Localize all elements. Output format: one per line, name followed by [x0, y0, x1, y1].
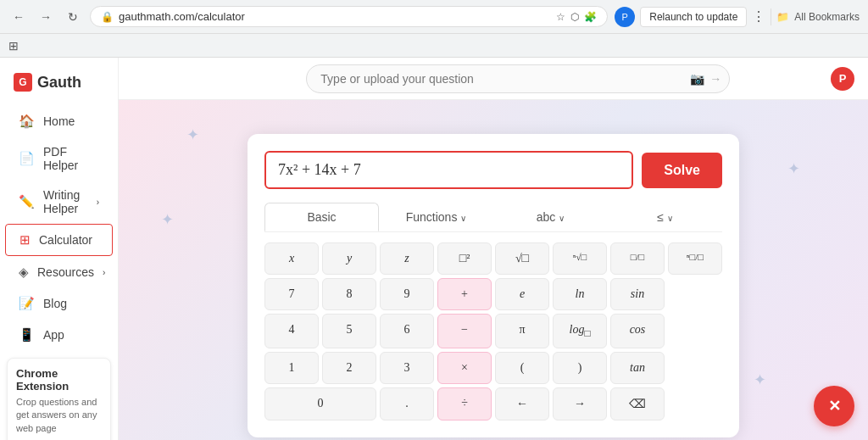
tab-basic[interactable]: Basic [264, 203, 379, 231]
camera-icon: 📷 [690, 72, 704, 86]
browser-actions: P Relaunch to update ⋮ 📁 All Bookmarks [615, 7, 860, 27]
extension-icon: 🧩 [584, 11, 597, 23]
bookmarks-label: All Bookmarks [794, 11, 860, 23]
key-y[interactable]: y [322, 242, 376, 275]
star-decoration-4: ✦ [754, 370, 766, 389]
blog-icon: 📝 [19, 296, 35, 311]
chrome-ext-title: Chrome Extension [16, 367, 102, 393]
sidebar-item-writing-label: Writing Helper [43, 188, 88, 215]
sidebar-item-home[interactable]: 🏠 Home [5, 106, 113, 136]
key-square[interactable]: □² [437, 242, 492, 275]
key-minus[interactable]: − [437, 314, 492, 348]
calculator: Solve Basic Functions ∨ abc ∨ ≤ ∨ x y z … [248, 134, 739, 437]
relaunch-button[interactable]: Relaunch to update [640, 7, 747, 27]
key-e[interactable]: e [495, 278, 549, 310]
address-bar[interactable]: 🔒 gauthmath.com/calculator ☆ ⬡ 🧩 [90, 6, 608, 27]
star-decoration-3: ✦ [787, 159, 800, 178]
pdf-icon: 📄 [19, 151, 35, 166]
forward-button[interactable]: → [36, 7, 56, 27]
tab-functions[interactable]: Functions ∨ [379, 203, 493, 231]
search-input[interactable] [306, 64, 730, 93]
main-content: 📷 → P ✦ ✦ ✦ ✦ Solve Basic Functions ∨ ab… [119, 58, 868, 440]
key-x[interactable]: x [264, 242, 319, 275]
key-4[interactable]: 4 [264, 314, 319, 348]
key-frac2[interactable]: ⁿ□/□ [668, 242, 722, 275]
key-2[interactable]: 2 [322, 352, 376, 384]
key-log[interactable]: log□ [553, 314, 607, 348]
key-cos[interactable]: cos [610, 314, 665, 348]
tab-abc[interactable]: abc ∨ [493, 203, 608, 231]
search-box: 📷 → [306, 64, 730, 93]
divider [771, 8, 771, 25]
key-empty-2 [668, 314, 722, 348]
key-open-paren[interactable]: ( [495, 352, 549, 384]
key-nthroot[interactable]: ⁿ√□ [553, 242, 607, 275]
sidebar-item-blog-label: Blog [43, 297, 67, 310]
star-icon: ☆ [556, 11, 565, 23]
chrome-ext-description: Crop questions and get answers on any we… [16, 396, 102, 435]
key-sin[interactable]: sin [610, 278, 665, 310]
app-layout: G Gauth 🏠 Home 📄 PDF Helper ✏️ Writing H… [0, 58, 868, 440]
user-avatar[interactable]: P [831, 67, 854, 91]
back-button[interactable]: ← [8, 7, 29, 27]
apps-icon: ⊞ [8, 39, 19, 53]
key-multiply[interactable]: × [437, 352, 492, 384]
sidebar-item-pdf-helper[interactable]: 📄 PDF Helper [5, 137, 113, 180]
key-close-paren[interactable]: ) [553, 352, 607, 384]
resources-icon: ◈ [19, 265, 29, 280]
sidebar-item-writing-helper[interactable]: ✏️ Writing Helper › [5, 181, 113, 223]
key-9[interactable]: 9 [380, 278, 434, 310]
key-1[interactable]: 1 [264, 352, 319, 384]
logo-area: G Gauth [0, 66, 118, 105]
sidebar-item-resources-label: Resources [37, 265, 94, 279]
star-decoration-1: ✦ [186, 125, 199, 144]
key-ln[interactable]: ln [553, 278, 607, 310]
folder-icon: 📁 [776, 11, 789, 23]
key-8[interactable]: 8 [322, 278, 376, 310]
chevron-right-icon-2: › [103, 268, 105, 277]
gauth-fab-icon: ✕ [828, 397, 841, 415]
key-z[interactable]: z [380, 242, 434, 275]
key-sqrt[interactable]: √□ [495, 242, 549, 275]
sidebar-item-blog[interactable]: 📝 Blog [5, 288, 113, 319]
key-backspace[interactable]: ⌫ [610, 387, 665, 421]
profile-avatar[interactable]: P [615, 7, 635, 27]
solve-button[interactable]: Solve [642, 153, 722, 188]
calculator-tabs: Basic Functions ∨ abc ∨ ≤ ∨ [264, 203, 722, 232]
key-tan[interactable]: tan [610, 352, 665, 384]
sidebar-item-resources[interactable]: ◈ Resources › [5, 257, 113, 287]
nav-items: 🏠 Home 📄 PDF Helper ✏️ Writing Helper › … [0, 105, 118, 351]
reload-button[interactable]: ↻ [63, 7, 83, 27]
key-frac[interactable]: □/□ [610, 242, 665, 275]
sidebar-item-calculator[interactable]: ⊞ Calculator [5, 224, 113, 256]
browser-bar: ← → ↻ 🔒 gauthmath.com/calculator ☆ ⬡ 🧩 P… [0, 0, 868, 34]
key-plus[interactable]: + [437, 278, 492, 310]
key-7[interactable]: 7 [264, 278, 319, 310]
url-text: gauthmath.com/calculator [119, 10, 551, 23]
key-6[interactable]: 6 [380, 314, 434, 348]
key-empty-1 [668, 278, 722, 310]
keypad: x y z □² √□ ⁿ√□ □/□ ⁿ□/□ 7 8 9 + e ln si… [264, 242, 722, 421]
key-arrow-left[interactable]: ← [495, 387, 549, 421]
key-3[interactable]: 3 [380, 352, 434, 384]
expression-row: Solve [264, 151, 722, 189]
home-icon: 🏠 [19, 114, 35, 129]
arrow-right-icon: → [709, 72, 721, 86]
logo-icon: G [14, 73, 32, 92]
calculator-icon: ⊞ [19, 232, 31, 248]
key-pi[interactable]: π [495, 314, 549, 348]
sidebar-item-pdf-label: PDF Helper [43, 145, 99, 172]
key-arrow-right[interactable]: → [553, 387, 607, 421]
app-icon: 📱 [19, 327, 35, 343]
key-5[interactable]: 5 [322, 314, 376, 348]
key-0[interactable]: 0 [264, 387, 376, 421]
key-dot[interactable]: . [380, 387, 434, 421]
tab-symbols[interactable]: ≤ ∨ [608, 203, 722, 231]
expression-input[interactable] [264, 151, 633, 189]
more-options-button[interactable]: ⋮ [752, 8, 765, 25]
sidebar-item-home-label: Home [43, 114, 75, 128]
app-topbar: 📷 → P [119, 58, 868, 100]
key-divide[interactable]: ÷ [437, 387, 492, 421]
gauth-fab-button[interactable]: ✕ [814, 386, 854, 426]
sidebar-item-app[interactable]: 📱 App [5, 320, 113, 350]
